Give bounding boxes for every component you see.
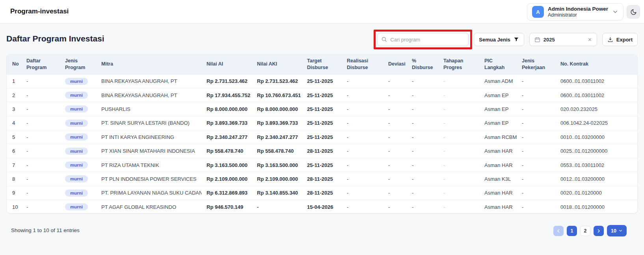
chevron-down-icon — [612, 9, 618, 15]
cell-pic-langkah: Asman HAR — [480, 144, 517, 158]
showing-entries-text: Showing 1 to 10 of 11 entries — [11, 227, 80, 233]
jenis-program-badge: murni — [65, 203, 88, 210]
table-header: No Daftar Program Jenis Program Mitra Ni… — [7, 54, 637, 74]
prev-page-button[interactable] — [553, 226, 564, 236]
cell-mitra: PT. PRIMA LAYANAN NIAGA SUKU CADANG — [97, 186, 202, 200]
jenis-program-badge: murni — [65, 105, 88, 112]
cell-nilai-aki: Rp 2.109.000.000 — [252, 172, 302, 186]
cell-target-disburse: 25-11-2025 — [302, 88, 342, 102]
cell-tahapan-progres: - — [439, 130, 480, 144]
search-icon — [381, 36, 387, 42]
cell-realisasi-disburse: - — [342, 172, 383, 186]
cell-no-kontrak: 0025..01.012000000 — [556, 144, 637, 158]
jenis-program-badge: murni — [65, 161, 88, 169]
cell-no-kontrak: 0018..01.01200000 — [556, 200, 637, 214]
type-filter-button[interactable]: Semua Jenis — [474, 33, 524, 46]
cell-tahapan-progres: - — [439, 116, 480, 130]
cell-target-disburse: 15-04-2026 — [302, 200, 342, 214]
cell-pct-disburse: - — [407, 102, 439, 116]
export-button[interactable]: Export — [602, 33, 638, 46]
cell-jenis-pekerjaan: - — [517, 158, 556, 172]
app-title: Program-investasi — [10, 8, 69, 15]
col-header-realisasi-disburse: Realisasi Disburse — [342, 54, 383, 74]
col-header-pic-langkah: PIC Langkah — [480, 54, 517, 74]
type-filter-label: Semua Jenis — [479, 37, 510, 43]
page-title: Daftar Program Investasi — [6, 34, 104, 43]
cell-jenis-program: murni — [60, 130, 97, 144]
cell-nilai-ai: Rp 3.163.500.000 — [202, 158, 252, 172]
cell-jenis-program: murni — [60, 186, 97, 200]
cell-target-disburse: 25-11-2025 — [302, 74, 342, 88]
cell-daftar-program: - — [22, 130, 60, 144]
cell-target-disburse: 25-11-2025 — [302, 102, 342, 116]
cell-nilai-ai: Rp 2.731.523.462 — [202, 74, 252, 88]
jenis-program-badge: murni — [65, 120, 88, 127]
cell-target-disburse: 28-11-2025 — [302, 186, 342, 200]
page-size-select[interactable]: 10 — [607, 225, 627, 236]
cell-daftar-program: - — [22, 88, 60, 102]
cell-pct-disburse: - — [407, 88, 439, 102]
cell-realisasi-disburse: - — [342, 116, 383, 130]
table-row: 7 - murni PT RIZA UTAMA TEKNIK Rp 3.163.… — [7, 158, 637, 172]
pagination: 1 2 10 — [553, 225, 627, 236]
cell-jenis-pekerjaan: - — [517, 144, 556, 158]
filter-funnel-icon — [514, 37, 519, 42]
theme-toggle-button[interactable] — [627, 5, 640, 19]
year-picker[interactable]: 2025 ✕ — [529, 33, 597, 46]
cell-no-kontrak: 0600..01.03011002 — [556, 88, 637, 102]
cell-target-disburse: 28-11-2025 — [302, 172, 342, 186]
cell-daftar-program: - — [22, 74, 60, 88]
cell-pct-disburse: - — [407, 158, 439, 172]
cell-jenis-pekerjaan: - — [517, 130, 556, 144]
cell-realisasi-disburse: - — [342, 200, 383, 214]
cell-realisasi-disburse: - — [342, 186, 383, 200]
cell-jenis-program: murni — [60, 74, 97, 88]
cell-nilai-aki: - — [252, 200, 302, 214]
cell-mitra: PT XIAN SINAR MATAHARI INDONESIA — [97, 144, 202, 158]
cell-tahapan-progres: - — [439, 200, 480, 214]
user-name: Admin Indonesia Power — [548, 6, 608, 12]
cell-nilai-aki: Rp 2.340.247.277 — [252, 130, 302, 144]
clear-year-icon[interactable]: ✕ — [588, 37, 592, 43]
cell-no: 7 — [7, 158, 22, 172]
cell-target-disburse: 25-11-2025 — [302, 116, 342, 130]
download-icon — [607, 37, 613, 43]
cell-tahapan-progres: - — [439, 158, 480, 172]
cell-mitra: PT PLN INDONESIA POWER SERVICES — [97, 172, 202, 186]
cell-jenis-pekerjaan: - — [517, 200, 556, 214]
jenis-program-badge: murni — [65, 175, 88, 182]
page-button-1[interactable]: 1 — [567, 226, 577, 236]
cell-jenis-program: murni — [60, 116, 97, 130]
cell-nilai-ai: Rp 6.312.869.893 — [202, 186, 252, 200]
next-page-button[interactable] — [594, 226, 604, 236]
cell-deviasi: - — [383, 200, 407, 214]
chevron-left-icon — [556, 229, 561, 233]
cell-realisasi-disburse: - — [342, 74, 383, 88]
cell-daftar-program: - — [22, 116, 60, 130]
chevron-right-icon — [596, 229, 601, 233]
cell-realisasi-disburse: - — [342, 144, 383, 158]
calendar-icon — [534, 37, 540, 43]
cell-pic-langkah: Asman K3L — [480, 172, 517, 186]
table-row: 2 - murni BINA REKAYASA ANUGRAH, PT Rp 1… — [7, 88, 637, 102]
cell-no: 8 — [7, 172, 22, 186]
cell-daftar-program: - — [22, 102, 60, 116]
cell-nilai-aki: Rp 2.731.523.462 — [252, 74, 302, 88]
cell-tahapan-progres: - — [439, 74, 480, 88]
table-row: 6 - murni PT XIAN SINAR MATAHARI INDONES… — [7, 144, 637, 158]
cell-jenis-program: murni — [60, 88, 97, 102]
cell-deviasi: - — [383, 172, 407, 186]
cell-deviasi: - — [383, 144, 407, 158]
cell-nilai-ai: Rp 946.570.149 — [202, 200, 252, 214]
user-menu[interactable]: A Admin Indonesia Power Administrator — [527, 3, 624, 21]
col-header-no-kontrak: No. Kontrak — [556, 54, 637, 74]
cell-tahapan-progres: - — [439, 144, 480, 158]
cell-jenis-pekerjaan: - — [517, 172, 556, 186]
cell-no-kontrak: 0553..01.03011002 — [556, 158, 637, 172]
cell-no: 5 — [7, 130, 22, 144]
search-input[interactable] — [377, 33, 469, 46]
page-button-2[interactable]: 2 — [580, 226, 590, 236]
cell-pic-langkah: Asman ADM — [480, 74, 517, 88]
cell-realisasi-disburse: - — [342, 130, 383, 144]
cell-no-kontrak: 0012..01.03200000 — [556, 172, 637, 186]
